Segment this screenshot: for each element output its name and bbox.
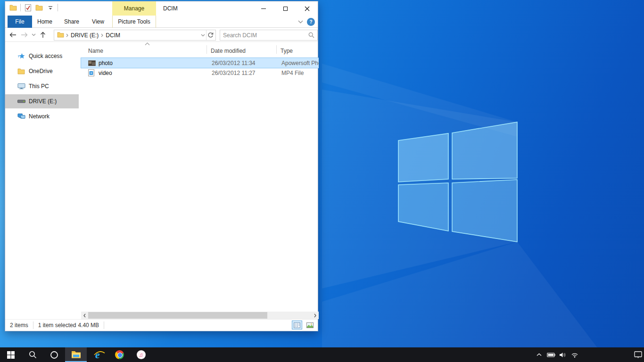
tray-battery-button[interactable] [545,347,557,362]
cortana-icon [50,351,58,359]
taskbar-chrome-button[interactable] [108,347,130,362]
tab-manage[interactable]: Manage [112,1,156,16]
tab-file[interactable]: File [8,16,32,28]
scroll-right-arrow[interactable] [312,312,319,319]
computer-icon [17,83,25,90]
tray-show-hidden-icons-button[interactable] [533,347,545,362]
address-dropdown-icon[interactable] [201,34,205,37]
details-view-icon [294,322,300,328]
sidebar-item-label: OneDrive [29,68,53,74]
start-button[interactable] [0,347,22,362]
refresh-icon[interactable] [207,32,214,38]
taskbar-itunes-button[interactable]: ♫ [130,347,152,362]
close-button[interactable] [296,1,318,16]
forward-icon [21,32,28,38]
tab-home[interactable]: Home [34,16,56,28]
thumbnail-view-button[interactable] [305,321,315,329]
file-date-modified: 26/03/2012 11:27 [212,70,256,76]
navigation-toolbar: DRIVE (E:) DCIM [5,28,318,42]
system-tray [533,347,644,362]
details-view-button[interactable] [292,321,302,329]
column-header-date-modified[interactable]: Date modified [211,44,272,56]
file-explorer-window: Manage DCIM File Home Share View Picture… [5,1,318,331]
customize-qat-icon[interactable] [46,3,55,12]
status-bar: 2 items 1 item selected 4.40 MB [5,319,318,331]
qat-separator [20,4,21,11]
wifi-icon [571,352,578,358]
ribbon-tabs: File Home Share View Picture Tools ? [5,16,318,28]
video-file-icon [88,69,96,76]
file-explorer-icon [71,350,81,358]
quick-access-toolbar [9,3,58,12]
scrollbar-thumb[interactable] [88,312,267,319]
properties-icon[interactable] [24,3,32,12]
up-button[interactable] [37,29,49,41]
navigation-pane: Quick access OneDrive This PC [5,42,79,312]
sidebar-item-onedrive[interactable]: OneDrive [5,64,79,78]
minimize-button[interactable] [253,1,274,16]
folder-icon[interactable] [9,3,17,12]
internet-explorer-icon: e [95,350,100,360]
tab-share[interactable]: Share [59,16,84,28]
sidebar-item-drive-e[interactable]: DRIVE (E:) [5,94,79,108]
scrollbar-track[interactable] [88,312,312,319]
action-center-button[interactable] [632,347,644,362]
up-icon [40,32,46,38]
sidebar-item-label: This PC [29,83,49,90]
help-button[interactable]: ? [307,18,315,26]
chevron-right-icon [314,313,316,318]
horizontal-scrollbar[interactable] [81,312,319,319]
minimize-ribbon-icon[interactable] [298,20,303,24]
maximize-button[interactable] [274,1,296,16]
sidebar-item-label: Network [29,113,50,120]
scroll-left-arrow[interactable] [81,312,88,319]
status-separator [104,321,104,329]
file-type: Apowersoft Pho [281,60,319,66]
file-row-photo[interactable]: photo 26/03/2012 11:34 Apowersoft Pho [81,58,319,68]
window-title: DCIM [163,1,178,16]
sidebar-item-quick-access[interactable]: Quick access [5,49,79,63]
windows-start-icon [7,351,15,359]
search-box[interactable] [220,30,318,41]
file-type: MP4 File [281,70,304,76]
search-icon[interactable] [308,32,314,38]
taskbar-search-button[interactable] [22,347,43,362]
tray-volume-button[interactable] [557,347,569,362]
sidebar-item-network[interactable]: Network [5,109,79,123]
sidebar-item-label: Quick access [29,53,62,59]
search-icon [29,351,37,359]
back-button[interactable] [7,29,18,41]
tab-view[interactable]: View [86,16,110,28]
column-separator[interactable] [276,45,277,54]
search-input[interactable] [220,32,308,39]
photo-thumbnail-icon [88,60,96,66]
breadcrumb-drive[interactable]: DRIVE (E:) [68,32,101,39]
selection-count: 1 item selected [33,322,78,329]
tray-wifi-button[interactable] [569,347,580,362]
minimize-icon [261,8,266,9]
forward-button[interactable] [18,29,30,41]
itunes-icon: ♫ [137,350,146,359]
new-folder-icon[interactable] [35,3,43,12]
file-name: video [99,70,112,76]
svg-text:?: ? [309,19,312,25]
file-row-video[interactable]: video 26/03/2012 11:27 MP4 File [81,68,319,78]
address-bar[interactable]: DRIVE (E:) DCIM [54,30,216,41]
address-divider [206,30,206,40]
tab-picture-tools[interactable]: Picture Tools [112,16,156,28]
titlebar[interactable]: Manage DCIM [5,1,318,16]
action-center-icon [634,351,642,358]
taskbar-file-explorer-button[interactable] [65,347,87,362]
cortana-button[interactable] [43,347,65,362]
taskbar-internet-explorer-button[interactable]: e [87,347,108,362]
sidebar-item-this-pc[interactable]: This PC [5,79,79,93]
column-separator[interactable] [206,45,207,54]
selection-size: 4.40 MB [78,322,104,329]
file-date-modified: 26/03/2012 11:34 [212,60,256,66]
recent-locations-button[interactable] [30,29,37,41]
column-header-type[interactable]: Type [281,44,318,56]
breadcrumb-folder[interactable]: DCIM [103,32,123,39]
column-header-name[interactable]: Name [88,44,201,56]
thumbnail-view-icon [306,322,314,328]
battery-icon [547,353,555,357]
